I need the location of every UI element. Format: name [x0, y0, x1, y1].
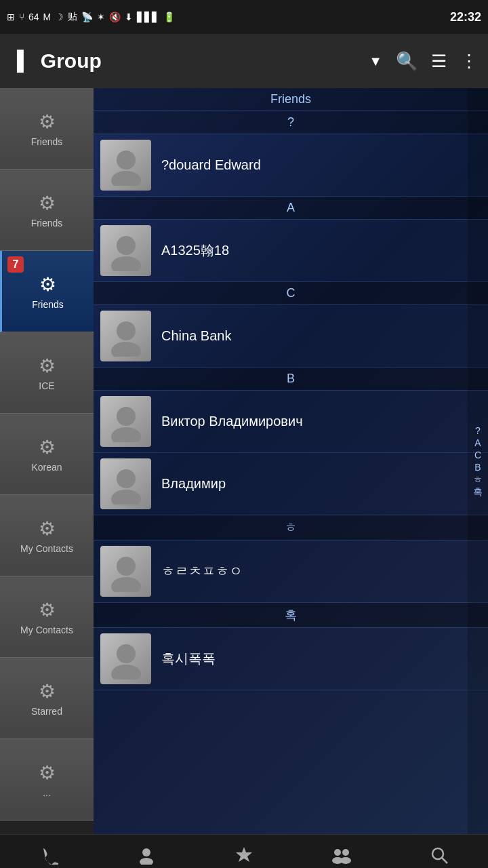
svg-point-5	[111, 342, 141, 357]
bluetooth-icon: ✶	[97, 12, 105, 22]
contact-name: China Bank	[161, 328, 231, 344]
section-header-hok: 혹	[94, 603, 488, 628]
sidebar-item-label: ICE	[39, 380, 54, 391]
svg-point-11	[111, 577, 141, 592]
battery-icon: 🔋	[163, 12, 175, 22]
contact-name: ?douard Edward	[161, 157, 261, 173]
sidebar-item-mycontacts-1[interactable]: ⚙ My Contacts	[0, 576, 94, 658]
nav-groups[interactable]	[314, 838, 369, 869]
action-bar: ▐ Group ▼ 🔍 ☰ ⋮	[0, 34, 488, 88]
alpha-char-c[interactable]: C	[474, 450, 481, 460]
svg-point-12	[117, 644, 136, 663]
filter-icon[interactable]: ☰	[431, 51, 447, 72]
nav-phone[interactable]	[22, 838, 76, 869]
sidebar-item-label: ...	[43, 787, 51, 798]
alpha-char-hok[interactable]: 혹	[473, 487, 483, 496]
contact-name: 혹시폭폭	[161, 650, 216, 668]
contact-row[interactable]: Владимир	[94, 453, 488, 515]
svg-line-22	[442, 858, 447, 863]
contact-name: Виктор Владимирович	[161, 414, 303, 429]
contact-name: Владимир	[161, 476, 226, 492]
contact-name: ㅎㄹㅊㅍㅎㅇ	[161, 562, 243, 580]
bottom-nav	[0, 834, 488, 868]
mute-icon: 🔇	[109, 12, 121, 22]
page-title: Group	[41, 50, 359, 73]
signal-icon: ▋▋▋	[137, 12, 159, 22]
alpha-index: ? A C B ㅎ 혹	[468, 88, 488, 834]
svg-point-10	[117, 557, 136, 576]
alpha-char-hieut[interactable]: ㅎ	[473, 475, 483, 484]
avatar	[100, 633, 151, 684]
nav-search[interactable]	[412, 838, 466, 869]
svg-point-17	[334, 849, 341, 856]
gear-icon: ⚙	[39, 436, 56, 458]
svg-point-1	[111, 171, 141, 186]
status-time: 22:32	[450, 10, 481, 24]
status-icons-left: ⊞ ⑂ 64 M ☽ 贴 📡 ✶ 🔇 ⬇ ▋▋▋ 🔋	[7, 11, 175, 23]
svg-point-8	[117, 469, 136, 488]
badge: 7	[7, 256, 24, 273]
gear-icon: ⚙	[39, 111, 56, 133]
drawer-icon[interactable]: ▐	[10, 50, 24, 72]
contact-row[interactable]: A1325翰18	[94, 220, 488, 282]
moon-icon: ☽	[55, 12, 64, 22]
group-title-header: Friends	[94, 88, 488, 111]
sd-icon: 64	[28, 12, 39, 22]
gear-icon: ⚙	[39, 599, 56, 621]
download-icon: ⬇	[125, 12, 133, 22]
svg-point-21	[432, 848, 443, 859]
sidebar-item-mycontacts-0[interactable]: ⚙ My Contacts	[0, 495, 94, 576]
svg-point-0	[117, 151, 136, 170]
contact-list: Friends ? ?douard Edward A A1325翰18	[94, 88, 488, 834]
contact-row[interactable]: ㅎㄹㅊㅍㅎㅇ	[94, 540, 488, 603]
sidebar-item-ice[interactable]: ⚙ ICE	[0, 332, 94, 414]
svg-point-2	[117, 236, 136, 255]
sidebar-item-label: My Contacts	[20, 543, 73, 554]
nav-favorites[interactable]	[217, 838, 271, 869]
contact-row[interactable]: ?douard Edward	[94, 134, 488, 197]
svg-point-4	[117, 321, 136, 340]
contact-name: A1325翰18	[161, 241, 229, 260]
contact-row[interactable]: 혹시폭폭	[94, 628, 488, 690]
sidebar-item-friends-0[interactable]: ⚙ Friends	[0, 88, 94, 170]
alpha-char-a[interactable]: A	[474, 438, 481, 448]
avatar	[100, 396, 151, 447]
clip-icon: 贴	[68, 11, 77, 23]
svg-point-3	[111, 256, 141, 271]
svg-marker-16	[236, 847, 252, 862]
action-bar-buttons: ▼ 🔍 ☰ ⋮	[369, 51, 478, 72]
alpha-char-b[interactable]: B	[474, 462, 481, 472]
contact-row[interactable]: Виктор Владимирович	[94, 391, 488, 453]
svg-point-15	[140, 858, 153, 865]
alpha-char-question[interactable]: ?	[475, 426, 481, 435]
sidebar-item-label: Friends	[31, 218, 63, 229]
avatar	[100, 140, 151, 191]
nav-contacts[interactable]	[119, 838, 174, 869]
add-icon: ⊞	[7, 12, 15, 22]
contact-row[interactable]: China Bank	[94, 305, 488, 368]
sidebar-item-korean[interactable]: ⚙ Korean	[0, 414, 94, 495]
more-icon[interactable]: ⋮	[460, 51, 478, 72]
usb-icon: ⑂	[19, 12, 24, 22]
svg-point-14	[142, 848, 150, 856]
avatar	[100, 225, 151, 276]
svg-point-7	[111, 427, 141, 442]
sidebar-item-label: Friends	[32, 299, 64, 310]
sidebar-item-label: Friends	[31, 136, 63, 147]
sidebar-item-starred[interactable]: ⚙ Starred	[0, 658, 94, 739]
search-icon[interactable]: 🔍	[396, 51, 418, 72]
avatar	[100, 458, 151, 509]
main-content: ⚙ Friends ⚙ Friends 7 ⚙ Friends ⚙ ICE ⚙ …	[0, 88, 488, 834]
section-header-hieut: ㅎ	[94, 515, 488, 540]
gear-icon: ⚙	[39, 192, 56, 214]
status-bar: ⊞ ⑂ 64 M ☽ 贴 📡 ✶ 🔇 ⬇ ▋▋▋ 🔋 22:32	[0, 0, 488, 34]
sidebar-item-friends-1[interactable]: ⚙ Friends	[0, 170, 94, 251]
section-header-c: C	[94, 282, 488, 305]
svg-point-19	[342, 849, 349, 856]
sidebar-item-more[interactable]: ⚙ ...	[0, 739, 94, 821]
sort-down-icon[interactable]: ▼	[369, 54, 382, 69]
section-header-b: B	[94, 368, 488, 391]
section-header-question: ?	[94, 111, 488, 134]
sidebar: ⚙ Friends ⚙ Friends 7 ⚙ Friends ⚙ ICE ⚙ …	[0, 88, 94, 834]
sidebar-item-friends-2[interactable]: 7 ⚙ Friends	[0, 251, 94, 332]
